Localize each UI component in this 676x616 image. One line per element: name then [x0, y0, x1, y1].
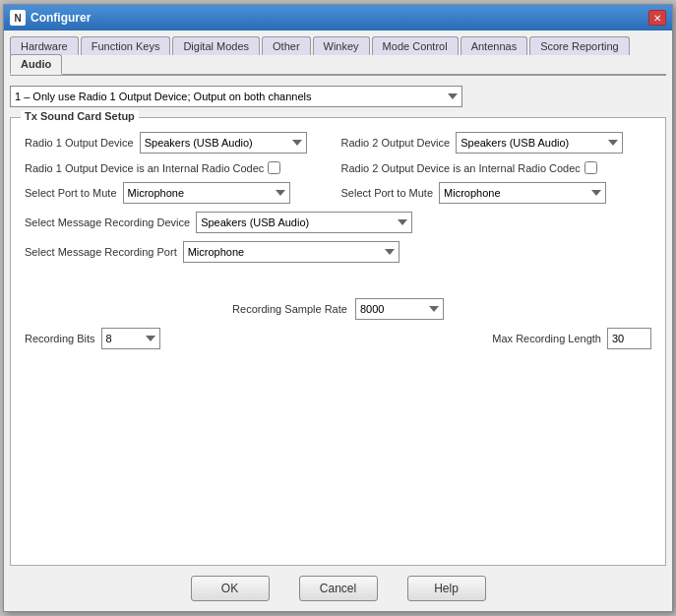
- recording-sample-rate-label: Recording Sample Rate: [232, 303, 347, 315]
- radio2-output-label: Radio 2 Output Device: [341, 137, 451, 149]
- recording-bits-label: Recording Bits: [25, 333, 95, 344]
- tx-sound-card-group: Tx Sound Card Setup Radio 1 Output Devic…: [10, 117, 666, 566]
- msg-rec-device-label: Select Message Recording Device: [25, 216, 190, 228]
- msg-rec-port-row: Select Message Recording Port Microphone: [25, 241, 651, 263]
- tab-antennas[interactable]: Antennas: [461, 36, 527, 55]
- tab-audio[interactable]: Audio: [10, 54, 62, 75]
- radio2-output-col: Radio 2 Output Device Speakers (USB Audi…: [341, 132, 652, 154]
- tab-winkey[interactable]: Winkey: [313, 36, 370, 55]
- tab-hardware[interactable]: Hardware: [10, 36, 79, 55]
- tab-function-keys[interactable]: Function Keys: [81, 36, 171, 55]
- port-mute2-col: Select Port to Mute Microphone: [341, 182, 652, 204]
- radio1-codec-label: Radio 1 Output Device is an Internal Rad…: [25, 162, 264, 174]
- output-mode-select[interactable]: 1 – Only use Radio 1 Output Device; Outp…: [10, 86, 462, 107]
- help-button[interactable]: Help: [407, 576, 486, 601]
- recording-sample-rate-select[interactable]: 8000: [355, 298, 444, 320]
- group-label: Tx Sound Card Setup: [21, 110, 139, 122]
- form-grid: Radio 1 Output Device Speakers (USB Audi…: [25, 132, 651, 349]
- window-body: Hardware Function Keys Digital Modes Oth…: [4, 31, 672, 611]
- port-mute1-label: Select Port to Mute: [25, 187, 117, 199]
- max-recording-length-input[interactable]: [607, 328, 651, 349]
- close-button[interactable]: ✕: [648, 10, 666, 26]
- tab-score-reporting[interactable]: Score Reporting: [529, 36, 630, 55]
- button-row: OK Cancel Help: [10, 566, 666, 605]
- main-window: N Configurer ✕ Hardware Function Keys Di…: [3, 4, 673, 612]
- tab-other[interactable]: Other: [262, 36, 311, 55]
- msg-rec-device-select[interactable]: Speakers (USB Audio): [196, 212, 412, 233]
- output-devices-row: Radio 1 Output Device Speakers (USB Audi…: [25, 132, 651, 154]
- sample-rate-row: Recording Sample Rate 8000: [25, 298, 651, 320]
- content-area: 1 – Only use Radio 1 Output Device; Outp…: [10, 82, 666, 566]
- port-mute2-select[interactable]: Microphone: [439, 182, 606, 204]
- cancel-button[interactable]: Cancel: [299, 576, 378, 601]
- title-buttons: ✕: [648, 10, 666, 26]
- tabs-container: Hardware Function Keys Digital Modes Oth…: [10, 36, 666, 76]
- port-mute2-label: Select Port to Mute: [341, 187, 434, 199]
- codec-row: Radio 1 Output Device is an Internal Rad…: [25, 161, 651, 174]
- recording-bits-row: Recording Bits 8 Max Recording Length: [25, 328, 651, 349]
- radio1-output-select[interactable]: Speakers (USB Audio): [140, 132, 307, 154]
- radio1-codec-col: Radio 1 Output Device is an Internal Rad…: [25, 161, 336, 174]
- radio2-codec-col: Radio 2 Output Device is an Internal Rad…: [341, 161, 652, 174]
- radio1-output-col: Radio 1 Output Device Speakers (USB Audi…: [25, 132, 336, 154]
- spacer: [25, 271, 651, 290]
- tab-digital-modes[interactable]: Digital Modes: [172, 36, 260, 55]
- port-mute-row: Select Port to Mute Microphone Select Po…: [25, 182, 651, 204]
- radio2-codec-checkbox[interactable]: [584, 161, 597, 174]
- radio1-codec-checkbox[interactable]: [268, 161, 280, 174]
- msg-rec-device-row: Select Message Recording Device Speakers…: [25, 212, 651, 233]
- top-dropdown-row: 1 – Only use Radio 1 Output Device; Outp…: [10, 82, 666, 111]
- radio1-output-label: Radio 1 Output Device: [25, 137, 134, 149]
- title-bar: N Configurer ✕: [4, 5, 672, 31]
- port-mute1-col: Select Port to Mute Microphone: [25, 182, 336, 204]
- msg-rec-port-label: Select Message Recording Port: [25, 246, 177, 258]
- ok-button[interactable]: OK: [191, 576, 270, 601]
- radio2-codec-label: Radio 2 Output Device is an Internal Rad…: [341, 162, 581, 174]
- msg-rec-port-select[interactable]: Microphone: [183, 241, 399, 263]
- port-mute1-select[interactable]: Microphone: [123, 182, 290, 204]
- title-bar-left: N Configurer: [10, 10, 91, 26]
- app-icon: N: [10, 10, 26, 26]
- max-recording-length-label: Max Recording Length: [492, 333, 601, 344]
- recording-bits-select[interactable]: 8: [101, 328, 160, 349]
- window-title: Configurer: [31, 11, 91, 25]
- tab-mode-control[interactable]: Mode Control: [372, 36, 459, 55]
- radio2-output-select[interactable]: Speakers (USB Audio): [456, 132, 623, 154]
